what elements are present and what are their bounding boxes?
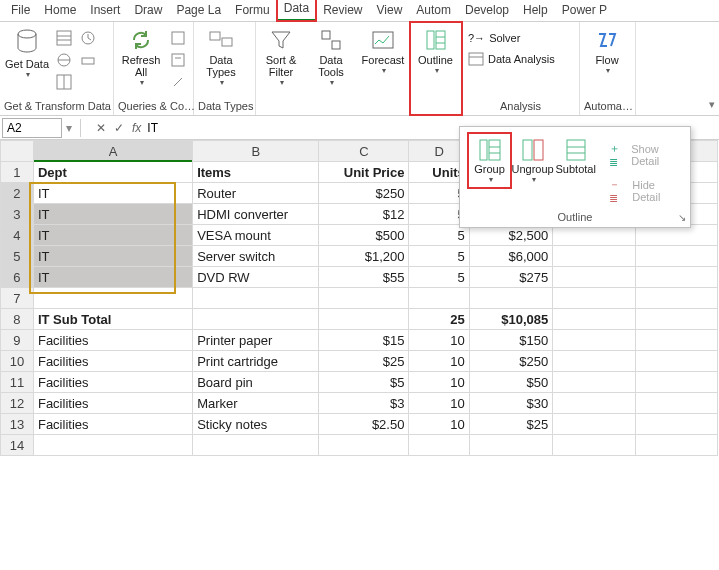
cell[interactable] [319,288,409,309]
cell[interactable] [635,435,717,456]
cell[interactable] [635,267,717,288]
cell[interactable]: IT [33,246,192,267]
cell[interactable]: $2.50 [319,414,409,435]
cell[interactable]: $250 [469,351,552,372]
row-header[interactable]: 11 [1,372,34,393]
cell[interactable]: 10 [409,372,469,393]
cell[interactable] [635,414,717,435]
cell[interactable] [635,351,717,372]
from-web-button[interactable] [54,50,74,70]
cancel-formula-button[interactable]: ✕ [92,121,110,135]
cell[interactable]: $50 [469,372,552,393]
data-tools-button[interactable]: Data Tools ▾ [310,24,352,87]
cell[interactable] [553,372,635,393]
cell[interactable]: IT [33,204,192,225]
properties-button[interactable] [168,50,188,70]
cell[interactable]: $12 [319,204,409,225]
tab-data[interactable]: Data [277,0,316,21]
cell[interactable]: HDMI converter [193,204,319,225]
cell[interactable]: 10 [409,414,469,435]
get-data-button[interactable]: Get Data ▾ [4,24,50,79]
tab-formu[interactable]: Formu [228,1,277,21]
cell[interactable]: Facilities [33,372,192,393]
cell[interactable] [319,435,409,456]
cell[interactable]: Server switch [193,246,319,267]
flow-button[interactable]: Flow ▾ [584,24,630,75]
tab-page-la[interactable]: Page La [169,1,228,21]
tab-help[interactable]: Help [516,1,555,21]
fx-icon[interactable]: fx [128,121,145,135]
row-header[interactable]: 4 [1,225,34,246]
cell[interactable]: IT Sub Total [33,309,192,330]
cell[interactable]: Facilities [33,393,192,414]
tab-insert[interactable]: Insert [83,1,127,21]
cell[interactable]: $55 [319,267,409,288]
cell[interactable]: 10 [409,330,469,351]
select-all-corner[interactable] [1,141,34,162]
row-header[interactable]: 2 [1,183,34,204]
cell[interactable]: Facilities [33,330,192,351]
cell[interactable]: 5 [409,267,469,288]
cell[interactable]: $30 [469,393,552,414]
cell[interactable]: $15 [319,330,409,351]
cell[interactable] [553,393,635,414]
row-header[interactable]: 9 [1,330,34,351]
cell[interactable]: IT [33,183,192,204]
tab-view[interactable]: View [370,1,410,21]
row-header[interactable]: 13 [1,414,34,435]
row-header[interactable]: 12 [1,393,34,414]
cell[interactable] [553,414,635,435]
cell[interactable]: $500 [319,225,409,246]
recent-sources-button[interactable] [78,28,98,48]
cell[interactable] [469,288,552,309]
cell[interactable]: $275 [469,267,552,288]
ribbon-options-button[interactable]: ▾ [709,98,715,111]
cell[interactable]: Facilities [33,351,192,372]
ungroup-button[interactable]: Ungroup ▾ [511,133,554,188]
show-detail-button[interactable]: ＋≣ Show Detail [605,139,682,171]
cell[interactable]: Router [193,183,319,204]
row-header[interactable]: 1 [1,162,34,183]
cell[interactable] [33,435,192,456]
cell[interactable] [193,435,319,456]
cell[interactable] [553,288,635,309]
cell[interactable]: 10 [409,393,469,414]
forecast-button[interactable]: Forecast ▾ [360,24,406,75]
cell[interactable] [635,330,717,351]
sort-filter-button[interactable]: Sort & Filter ▾ [260,24,302,87]
cell[interactable]: Print cartridge [193,351,319,372]
name-box[interactable] [2,118,62,138]
cell[interactable]: 25 [409,309,469,330]
cell[interactable] [193,309,319,330]
cell[interactable] [319,309,409,330]
cell[interactable]: IT [33,225,192,246]
cell[interactable]: $10,085 [469,309,552,330]
cell[interactable] [553,267,635,288]
tab-autom[interactable]: Autom [409,1,458,21]
queries-button[interactable] [168,28,188,48]
cell[interactable]: $25 [469,414,552,435]
cell[interactable]: Sticky notes [193,414,319,435]
data-types-button[interactable]: Data Types ▾ [198,24,244,87]
cell[interactable]: Printer paper [193,330,319,351]
cell[interactable] [553,330,635,351]
row-header[interactable]: 10 [1,351,34,372]
col-header-B[interactable]: B [193,141,319,162]
cell[interactable]: 10 [409,351,469,372]
cell[interactable]: $5 [319,372,409,393]
cell[interactable]: $3 [319,393,409,414]
hide-detail-button[interactable]: －≣ Hide Detail [605,175,682,207]
cell[interactable]: Unit Price [319,162,409,183]
data-analysis-button[interactable]: Data Analysis [466,50,557,68]
row-header[interactable]: 3 [1,204,34,225]
cell[interactable]: VESA mount [193,225,319,246]
cell[interactable] [193,288,319,309]
cell[interactable] [635,246,717,267]
cell[interactable] [553,351,635,372]
cell[interactable] [635,372,717,393]
refresh-all-button[interactable]: Refresh All ▾ [118,24,164,87]
cell[interactable] [635,288,717,309]
row-header[interactable]: 7 [1,288,34,309]
col-header-C[interactable]: C [319,141,409,162]
cell[interactable] [635,309,717,330]
